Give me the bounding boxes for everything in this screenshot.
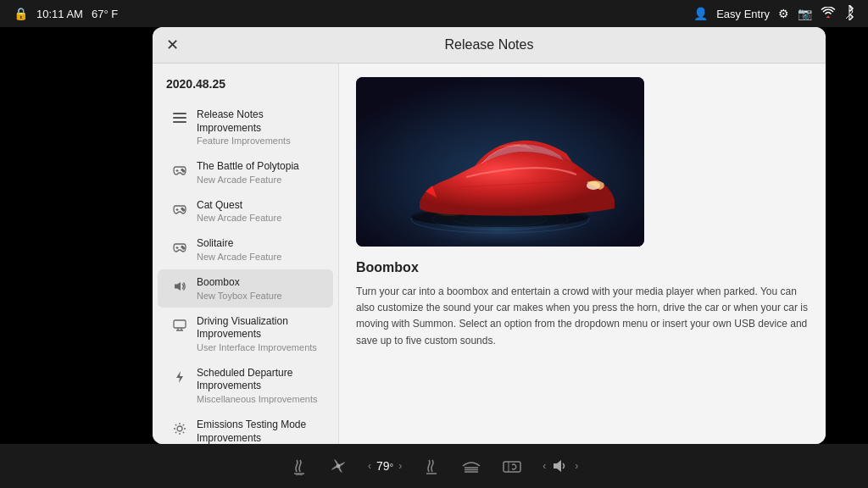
camera-icon: 📷 <box>798 7 812 20</box>
sidebar-item-scheduled-departure[interactable]: Scheduled Departure ImprovementsMiscella… <box>158 360 333 411</box>
temp-display: 67° F <box>92 8 118 20</box>
sidebar-icon-scheduled-departure <box>171 369 188 385</box>
seat-heat-right[interactable] <box>422 457 441 475</box>
seat-heat-left[interactable] <box>290 457 309 475</box>
bluetooth-icon <box>844 5 854 23</box>
sidebar-item-title: Release Notes Improvements <box>197 108 320 135</box>
circ-air[interactable] <box>502 457 522 475</box>
sidebar-item-title: Scheduled Departure Improvements <box>197 367 320 393</box>
fan-control[interactable] <box>329 457 348 475</box>
sidebar-item-solitaire[interactable]: SolitaireNew Arcade Feature <box>158 230 333 269</box>
sidebar-item-subtitle: User Interface Improvements <box>197 342 320 352</box>
sidebar-icon-solitaire <box>171 239 188 256</box>
sidebar-item-subtitle: New Arcade Feature <box>197 213 320 223</box>
svg-rect-1 <box>173 117 186 119</box>
person-icon: 👤 <box>693 7 708 20</box>
sidebar-item-battle-of-polytopia[interactable]: The Battle of PolytopiaNew Arcade Featur… <box>158 153 333 191</box>
main-panel: ✕ Release Notes 2020.48.25 Release Notes… <box>153 27 826 444</box>
sidebar-item-title: Solitaire <box>197 237 320 251</box>
feature-description: Turn your car into a boombox and enterta… <box>356 284 809 349</box>
vol-left-arrow[interactable]: ‹ <box>542 460 546 472</box>
sidebar-item-driving-visualization[interactable]: Driving Visualization ImprovementsUser I… <box>158 308 333 359</box>
sidebar-item-title: Cat Quest <box>197 199 320 213</box>
sidebar-text-emissions-testing: Emissions Testing Mode ImprovementsNew T… <box>197 419 320 444</box>
sidebar-item-release-notes-improvements[interactable]: Release Notes ImprovementsFeature Improv… <box>158 102 333 152</box>
sidebar-item-subtitle: Miscellaneous Improvements <box>197 394 320 404</box>
sidebar-text-boombox: BoomboxNew Toybox Feature <box>197 276 320 301</box>
volume-control[interactable]: ‹ › <box>542 458 578 474</box>
panel-content: 2020.48.25 Release Notes ImprovementsFea… <box>153 64 826 444</box>
wifi-icon <box>821 7 836 21</box>
sidebar-item-subtitle: Feature Improvements <box>197 136 320 146</box>
sidebar-icon-boombox <box>171 278 188 295</box>
lock-icon: 🔒 <box>14 7 28 20</box>
sidebar-item-boombox[interactable]: BoomboxNew Toybox Feature <box>158 269 333 308</box>
sidebar-text-cat-quest: Cat QuestNew Arcade Feature <box>197 199 320 224</box>
sidebar-item-subtitle: New Arcade Feature <box>197 252 320 262</box>
status-bar: 🔒 10:11 AM 67° F 👤 Easy Entry ⚙ 📷 <box>0 0 868 27</box>
temp-left-arrow[interactable]: ‹ <box>368 460 371 472</box>
svg-point-10 <box>177 426 182 431</box>
sidebar-item-cat-quest[interactable]: Cat QuestNew Arcade Feature <box>158 192 333 230</box>
status-right: 👤 Easy Entry ⚙ 📷 <box>693 5 854 23</box>
svg-rect-9 <box>174 320 186 328</box>
sidebar-icon-release-notes-improvements <box>171 110 188 127</box>
sidebar-icon-battle-of-polytopia <box>171 162 188 179</box>
sidebar-item-title: Driving Visualization Improvements <box>197 315 320 341</box>
sidebar-item-title: Boombox <box>197 276 320 290</box>
sidebar-text-driving-visualization: Driving Visualization ImprovementsUser I… <box>197 315 320 352</box>
feature-image <box>356 77 644 247</box>
sidebar-text-battle-of-polytopia: The Battle of PolytopiaNew Arcade Featur… <box>197 160 320 185</box>
sidebar-text-scheduled-departure: Scheduled Departure ImprovementsMiscella… <box>197 367 320 404</box>
gear-icon[interactable]: ⚙ <box>778 7 789 20</box>
temp-value: 79° <box>376 459 393 473</box>
panel-title: Release Notes <box>445 37 534 53</box>
main-content-area: Boombox Turn your car into a boombox and… <box>339 64 826 444</box>
svg-point-4 <box>183 170 185 172</box>
bottom-bar: ‹ 79° › ‹ › <box>0 444 868 488</box>
sidebar-item-subtitle: New Toybox Feature <box>197 291 320 301</box>
panel-header: ✕ Release Notes <box>153 27 826 64</box>
svg-point-6 <box>183 209 185 211</box>
status-left: 🔒 10:11 AM 67° F <box>14 7 118 20</box>
sidebar-item-title: The Battle of Polytopia <box>197 160 320 174</box>
defrost-rear[interactable] <box>461 458 481 474</box>
sidebar: 2020.48.25 Release Notes ImprovementsFea… <box>153 64 339 444</box>
feature-title: Boombox <box>356 260 809 275</box>
svg-point-30 <box>336 464 340 469</box>
sidebar-text-release-notes-improvements: Release Notes ImprovementsFeature Improv… <box>197 108 320 146</box>
sidebar-item-subtitle: New Arcade Feature <box>197 175 320 185</box>
version-label: 2020.48.25 <box>153 74 338 101</box>
temp-control[interactable]: ‹ 79° › <box>368 459 402 473</box>
sidebar-item-emissions-testing[interactable]: Emissions Testing Mode ImprovementsNew T… <box>158 412 333 444</box>
sidebar-item-title: Emissions Testing Mode Improvements <box>197 419 320 444</box>
time-display: 10:11 AM <box>36 8 83 20</box>
easy-entry-label: Easy Entry <box>716 8 770 20</box>
svg-point-8 <box>183 247 185 249</box>
svg-point-29 <box>573 168 583 173</box>
sidebar-text-solitaire: SolitaireNew Arcade Feature <box>197 237 320 262</box>
vol-right-arrow[interactable]: › <box>575 460 578 472</box>
close-button[interactable]: ✕ <box>166 37 179 53</box>
sidebar-icon-emissions-testing <box>171 420 188 437</box>
svg-rect-2 <box>173 121 186 123</box>
temp-right-arrow[interactable]: › <box>398 460 402 472</box>
sidebar-icon-cat-quest <box>171 201 188 218</box>
sidebar-icon-driving-visualization <box>171 317 188 334</box>
svg-rect-31 <box>504 462 520 472</box>
temp-degree: ° <box>389 461 393 472</box>
svg-rect-0 <box>173 113 186 114</box>
